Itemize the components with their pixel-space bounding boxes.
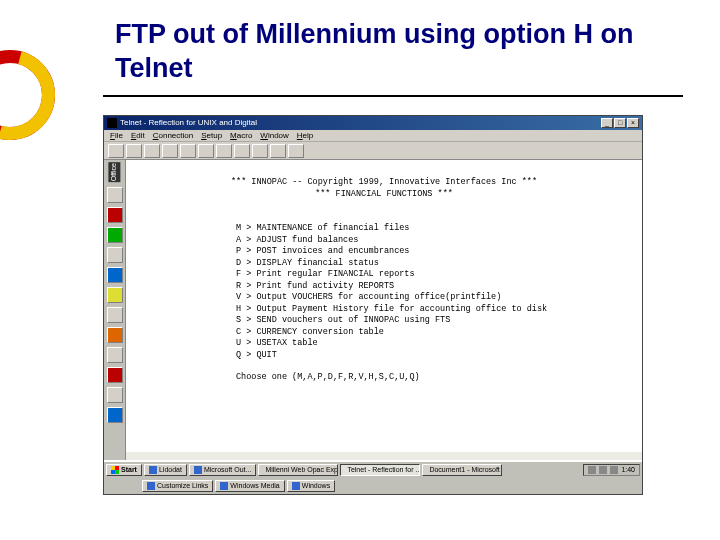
terminal-option: C > CURRENCY conversion table [136,327,632,338]
menu-file[interactable]: File [110,131,123,141]
toolbar [104,142,642,160]
slide-title: FTP out of Millennium using option H on … [115,18,675,86]
toolbar-button[interactable] [234,144,250,158]
tray-icon[interactable] [588,466,596,474]
tray-clock: 1:40 [621,466,635,474]
office-label: Office [108,162,120,182]
office-button[interactable] [107,327,123,343]
slide-ornament [0,50,55,140]
terminal-subbanner: *** FINANCIAL FUNCTIONS *** [315,189,453,199]
minimize-button[interactable]: _ [601,118,613,128]
tray-icon[interactable] [610,466,618,474]
office-shortcut-bar: Office [104,160,126,462]
menu-connection[interactable]: Connection [153,131,193,141]
office-button[interactable] [107,207,123,223]
system-tray[interactable]: 1:40 [583,464,640,476]
office-button[interactable] [107,267,123,283]
app-icon [107,118,117,128]
app-icon [149,466,157,474]
terminal-option: Q > QUIT [136,350,632,361]
toolbar-button[interactable] [126,144,142,158]
toolbar-button[interactable] [144,144,160,158]
terminal-screen[interactable]: *** INNOPAC -- Copyright 1999, Innovativ… [126,160,642,452]
terminal-option: A > ADJUST fund balances [136,235,632,246]
taskbar-item[interactable]: Lidodat [144,464,187,476]
office-button[interactable] [107,307,123,323]
toolbar-button[interactable] [270,144,286,158]
office-button[interactable] [107,407,123,423]
windows-flag-icon [111,466,119,474]
toolbar-button[interactable] [180,144,196,158]
toolbar-button[interactable] [252,144,268,158]
menu-edit[interactable]: Edit [131,131,145,141]
start-label: Start [121,466,137,474]
quicklaunch-item[interactable]: Windows [287,480,335,492]
title-underline [103,95,683,97]
telnet-window: Telnet - Reflection for UNIX and Digital… [103,115,643,495]
quicklaunch-item[interactable]: Windows Media [215,480,284,492]
office-button[interactable] [107,247,123,263]
menu-window[interactable]: Window [260,131,288,141]
menu-bar: File Edit Connection Setup Macro Window … [104,130,642,142]
close-button[interactable]: × [627,118,639,128]
office-button[interactable] [107,347,123,363]
terminal-option: P > POST invoices and encumbrances [136,246,632,257]
terminal-option: M > MAINTENANCE of financial files [136,223,632,234]
app-icon [194,466,202,474]
taskbar-item[interactable]: Document1 - Microsoft W... [422,464,502,476]
terminal-option: F > Print regular FINANCIAL reports [136,269,632,280]
office-button[interactable] [107,367,123,383]
office-button[interactable] [107,287,123,303]
tray-icon[interactable] [599,466,607,474]
window-titlebar[interactable]: Telnet - Reflection for UNIX and Digital… [104,116,642,130]
toolbar-button[interactable] [198,144,214,158]
toolbar-button[interactable] [108,144,124,158]
office-button[interactable] [107,187,123,203]
menu-help[interactable]: Help [297,131,313,141]
terminal-option: D > DISPLAY financial status [136,258,632,269]
quicklaunch-item[interactable]: Customize Links [142,480,213,492]
maximize-button[interactable]: □ [614,118,626,128]
terminal-option: S > SEND vouchers out of INNOPAC using F… [136,315,632,326]
terminal-option: R > Print fund activity REPORTS [136,281,632,292]
terminal-option: U > USETAX table [136,338,632,349]
taskbar-item[interactable]: Microsoft Out... [189,464,256,476]
office-button[interactable] [107,387,123,403]
toolbar-button[interactable] [216,144,232,158]
office-button[interactable] [107,227,123,243]
link-icon [147,482,155,490]
link-icon [292,482,300,490]
window-title: Telnet - Reflection for UNIX and Digital [120,118,257,128]
start-button[interactable]: Start [106,464,142,476]
taskbar-item-active[interactable]: Telnet - Reflection for ... [340,464,420,476]
windows-taskbar: Start Lidodat Microsoft Out... Millenni … [104,460,642,494]
toolbar-button[interactable] [288,144,304,158]
toolbar-button[interactable] [162,144,178,158]
terminal-option: V > Output VOUCHERS for accounting offic… [136,292,632,303]
link-icon [220,482,228,490]
menu-macro[interactable]: Macro [230,131,252,141]
menu-setup[interactable]: Setup [201,131,222,141]
terminal-option: H > Output Payment History file for acco… [136,304,632,315]
terminal-prompt: Choose one (M,A,P,D,F,R,V,H,S,C,U,Q) [136,372,632,383]
terminal-banner: *** INNOPAC -- Copyright 1999, Innovativ… [231,177,537,187]
taskbar-item[interactable]: Millenni Web Opac Explo... [258,464,338,476]
